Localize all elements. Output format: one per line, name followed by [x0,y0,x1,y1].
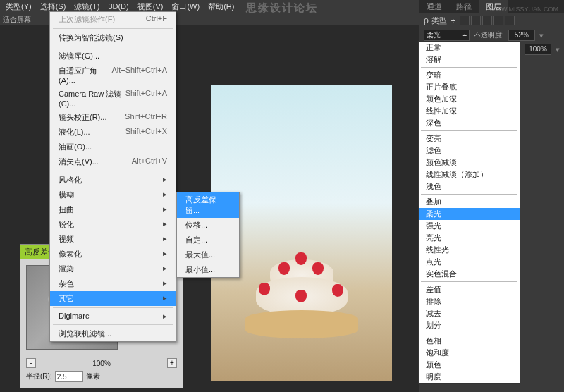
filter-menu-item[interactable]: Digimarc▸ [50,310,176,323]
filter-icons [460,16,515,25]
blend-mode-dropdown: 正常溶解变暗正片叠底颜色加深线性加深深色变亮滤色颜色减淡线性减淡（添加）浅色叠加… [418,41,520,384]
blend-mode-option[interactable]: 变亮 [419,133,520,145]
filter-menu-item[interactable]: 自适应广角(A)...Alt+Shift+Ctrl+A [50,63,176,87]
filter-shape-icon[interactable] [494,16,503,25]
blend-mode-option[interactable]: 差值 [419,283,520,295]
filter-menu-item[interactable]: 转换为智能滤镜(S) [50,30,176,45]
blend-mode-option[interactable]: 饱和度 [419,347,520,359]
submenu-item[interactable]: 自定... [177,233,239,247]
filter-menu-item[interactable]: 其它▸ [50,291,176,306]
menu-3[interactable]: 3D(D) [104,1,133,12]
filter-menu-item[interactable]: 渲染▸ [50,262,176,276]
blend-mode-option[interactable]: 实色混合 [419,268,520,280]
blend-mode-option[interactable]: 深色 [419,117,520,129]
blend-mode-option[interactable]: 线性加深 [419,105,520,117]
blend-mode-option[interactable]: 叠加 [419,196,520,208]
blend-mode-option[interactable]: 颜色 [419,359,520,371]
filter-menu-item[interactable]: 液化(L)...Shift+Ctrl+X [50,125,176,140]
blend-mode-option[interactable]: 明度 [419,371,520,383]
blend-mode-option[interactable]: 强光 [419,220,520,232]
filter-menu-item[interactable]: 滤镜库(G)... [50,49,176,63]
blend-mode-option[interactable]: 变暗 [419,69,520,81]
blend-mode-option[interactable]: 色相 [419,335,520,347]
filter-menu-item[interactable]: 杂色▸ [50,276,176,291]
blend-mode-option[interactable]: 正片叠底 [419,81,520,93]
blend-mode-select[interactable]: 柔光÷ [424,30,470,41]
blend-mode-option[interactable]: 滤色 [419,145,520,157]
filter-type-label: 类型 [431,16,447,26]
filter-menu: 上次滤镜操作(F)Ctrl+F转换为智能滤镜(S)滤镜库(G)...自适应广角(… [49,11,176,342]
opacity-value[interactable]: 52% [508,30,535,41]
radius-label: 半径(R): [26,372,52,381]
toolbar-label[interactable]: 适合屏幕 [3,15,31,25]
submenu-item[interactable]: 高反差保留... [177,192,239,218]
blend-mode-option[interactable]: 亮光 [419,232,520,244]
filter-menu-item[interactable]: 模糊▸ [50,188,176,202]
search-icon: ρ [424,16,429,25]
chevron-down-icon[interactable]: ▾ [556,45,560,54]
zoom-in-button[interactable]: + [167,358,177,368]
filter-menu-item[interactable]: 风格化▸ [50,173,176,188]
panel-tab[interactable]: 路径 [449,0,479,13]
chevron-down-icon: ÷ [463,32,467,39]
blend-mode-option[interactable]: 柔光 [419,208,520,220]
submenu-item[interactable]: 最小值... [177,262,239,277]
blend-mode-option[interactable]: 浅色 [419,180,520,192]
watermark-url: WWW.MISSYUAN.COM [489,6,558,13]
zoom-out-button[interactable]: - [26,358,36,368]
filter-menu-item[interactable]: Camera Raw 滤镜(C)...Shift+Ctrl+A [50,87,176,110]
filter-pixel-icon[interactable] [460,16,470,25]
blend-mode-option[interactable]: 颜色加深 [419,93,520,105]
submenu-item[interactable]: 位移... [177,218,239,233]
blend-mode-option[interactable]: 溶解 [419,54,520,66]
blend-mode-option[interactable]: 线性光 [419,244,520,256]
opacity-label: 不透明度: [474,30,504,40]
blend-mode-option[interactable]: 正常 [419,42,520,54]
blend-mode-option[interactable]: 点光 [419,256,520,268]
blend-mode-option[interactable]: 颜色减淡 [419,157,520,169]
filter-menu-item[interactable]: 像素化▸ [50,247,176,262]
radius-unit: 像素 [86,372,100,381]
zoom-level: 100% [92,360,111,367]
panel-tab[interactable]: 通道 [419,0,449,13]
fill-value[interactable]: 100% [525,44,551,55]
menu-0[interactable]: 类型(Y) [1,0,36,13]
filter-menu-item[interactable]: 锐化▸ [50,217,176,232]
other-submenu: 高反差保留...位移...自定...最大值...最小值... [176,192,240,278]
menu-6[interactable]: 帮助(H) [204,0,238,13]
filter-menu-item[interactable]: 扭曲▸ [50,202,176,217]
filter-smart-icon[interactable] [505,16,515,25]
cake-image [245,259,358,338]
filter-menu-item: 上次滤镜操作(F)Ctrl+F [50,12,176,27]
filter-menu-item[interactable]: 浏览联机滤镜... [50,326,176,341]
filter-adjust-icon[interactable] [471,16,481,25]
filter-text-icon[interactable] [482,16,492,25]
filter-menu-item[interactable]: 视频▸ [50,232,176,247]
blend-mode-option[interactable]: 划分 [419,319,520,331]
blend-mode-option[interactable]: 线性减淡（添加） [419,169,520,180]
submenu-item[interactable]: 最大值... [177,247,239,262]
radius-input[interactable] [55,371,83,382]
filter-menu-item[interactable]: 消失点(V)...Alt+Ctrl+V [50,154,176,169]
chevron-down-icon[interactable]: ÷ [450,16,457,25]
filter-menu-item[interactable]: 油画(O)... [50,140,176,154]
blend-mode-option[interactable]: 排除 [419,295,520,307]
watermark-main: 思缘设计论坛 [246,1,318,15]
blend-mode-option[interactable]: 减去 [419,307,520,319]
chevron-down-icon[interactable]: ▾ [539,31,544,40]
filter-menu-item[interactable]: 镜头校正(R)...Shift+Ctrl+R [50,110,176,125]
